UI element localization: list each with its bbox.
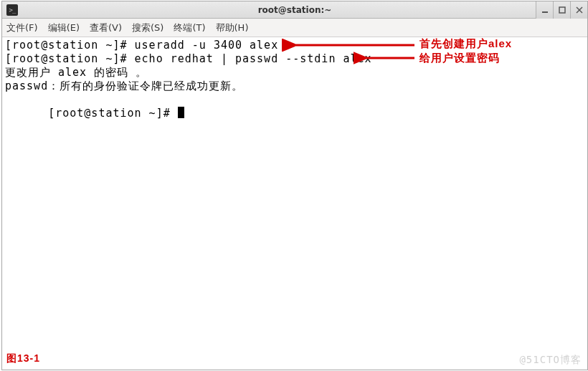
close-icon xyxy=(576,6,583,14)
menu-edit[interactable]: 编辑(E) xyxy=(48,21,80,34)
minimize-icon xyxy=(541,6,549,14)
annotation-set-passwd: 给用户设置密码 xyxy=(419,51,500,64)
title-bar: root@station:~ xyxy=(2,1,587,19)
terminal-line: 更改用户 alex 的密码 。 xyxy=(5,66,584,80)
window-controls xyxy=(536,1,587,19)
terminal-icon xyxy=(6,4,18,16)
menu-help[interactable]: 帮助(H) xyxy=(216,21,249,34)
prompt: [root@station ~]# xyxy=(48,107,178,120)
close-button[interactable] xyxy=(570,1,587,19)
menu-search[interactable]: 搜索(S) xyxy=(132,21,163,34)
watermark: @51CTO博客 xyxy=(519,353,582,367)
maximize-icon xyxy=(559,6,566,14)
app-window: root@station:~ 文件(F) 编辑(E) 查看(V) 搜索(S) 终… xyxy=(1,1,588,370)
menu-file[interactable]: 文件(F) xyxy=(6,21,38,34)
minimize-button[interactable] xyxy=(536,1,553,19)
menu-terminal[interactable]: 终端(T) xyxy=(174,21,205,34)
cursor xyxy=(178,107,184,118)
menu-bar: 文件(F) 编辑(E) 查看(V) 搜索(S) 终端(T) 帮助(H) xyxy=(2,19,587,37)
menu-view[interactable]: 查看(V) xyxy=(90,21,122,34)
terminal-area[interactable]: [root@station ~]# useradd -u 3400 alex [… xyxy=(2,37,587,370)
terminal-line: passwd：所有的身份验证令牌已经成功更新。 xyxy=(5,80,584,93)
terminal-prompt-line: [root@station ~]# xyxy=(5,93,584,134)
arrow-set-passwd xyxy=(354,52,418,64)
arrow-create-user xyxy=(282,39,418,52)
figure-label: 图13-1 xyxy=(6,352,40,365)
maximize-button[interactable] xyxy=(553,1,570,19)
annotation-create-user: 首先创建用户alex xyxy=(419,37,512,50)
svg-rect-1 xyxy=(559,7,565,13)
window-title: root@station:~ xyxy=(258,5,332,15)
